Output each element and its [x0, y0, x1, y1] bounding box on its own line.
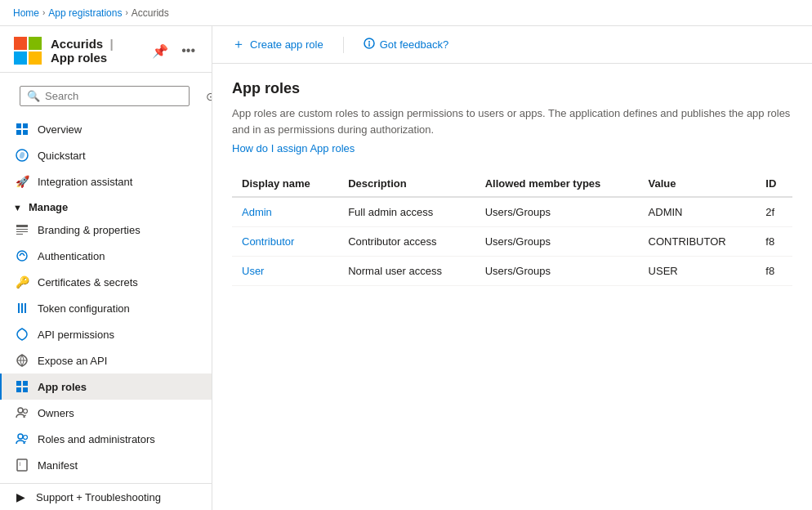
sidebar-item-label: API permissions — [38, 329, 114, 341]
role-link[interactable]: User — [242, 265, 264, 277]
api-permissions-icon — [15, 327, 29, 342]
svg-rect-21 — [23, 387, 28, 392]
owners-icon — [15, 405, 29, 420]
sidebar-item-label: Integration assistant — [38, 176, 132, 188]
sidebar-item-app-roles[interactable]: App roles — [0, 374, 212, 400]
sidebar-item-manifest[interactable]: i Manifest — [0, 452, 212, 478]
svg-rect-2 — [14, 51, 27, 65]
breadcrumb-home[interactable]: Home — [13, 7, 39, 19]
sidebar-item-token[interactable]: Token configuration — [0, 295, 212, 321]
app-roles-table: Display name Description Allowed member … — [232, 171, 792, 286]
support-chevron-icon: ▶ — [13, 490, 28, 504]
sidebar-item-owners[interactable]: Owners — [0, 400, 212, 426]
create-icon: ＋ — [232, 36, 245, 53]
sidebar-item-roles-admin[interactable]: Roles and administrators — [0, 426, 212, 452]
svg-point-25 — [24, 436, 28, 440]
svg-text:i: i — [20, 461, 21, 467]
cell-value: USER — [639, 257, 756, 286]
sidebar-filter-btn[interactable]: ⊙ — [203, 87, 212, 106]
svg-rect-3 — [29, 51, 42, 65]
search-input[interactable] — [45, 90, 182, 102]
sidebar-item-expose-api[interactable]: Expose an API — [0, 347, 212, 374]
sidebar-item-api-permissions[interactable]: API permissions — [0, 321, 212, 347]
manage-section-header[interactable]: ▼ Manage — [0, 195, 212, 217]
sidebar-item-quickstart[interactable]: Quickstart — [0, 142, 212, 168]
svg-point-23 — [24, 409, 28, 414]
sidebar-item-label: Quickstart — [38, 150, 86, 162]
svg-rect-9 — [16, 225, 28, 227]
certificates-icon: 🔑 — [15, 275, 29, 289]
breadcrumb-app-reg[interactable]: App registrations — [48, 7, 122, 19]
breadcrumb-sep-1: › — [42, 8, 45, 17]
sidebar-item-label: Roles and administrators — [38, 433, 155, 445]
table-row: Contributor Contributor access Users/Gro… — [232, 227, 792, 257]
sidebar-item-label: Manifest — [38, 459, 78, 472]
svg-point-22 — [18, 408, 23, 413]
sidebar-item-label: Token configuration — [38, 302, 130, 315]
role-link[interactable]: Contributor — [242, 235, 294, 248]
sidebar-item-support[interactable]: ▶ Support + Troubleshooting — [0, 483, 212, 510]
cell-id: 2f — [756, 197, 792, 227]
sidebar-item-label: Expose an API — [38, 355, 107, 367]
svg-rect-16 — [25, 303, 26, 313]
cell-member-types: Users/Groups — [475, 257, 639, 286]
svg-rect-6 — [16, 130, 21, 135]
app-roles-icon — [15, 379, 29, 394]
svg-rect-10 — [16, 229, 28, 230]
col-id: ID — [756, 171, 792, 197]
sidebar: Accurids | App roles 📌 ••• 🔍 ⊙ « Overvie… — [0, 26, 212, 510]
token-icon — [15, 301, 29, 315]
toolbar-divider — [343, 37, 344, 53]
quickstart-icon — [15, 148, 29, 163]
cell-description: Full admin access — [338, 197, 475, 227]
col-member-types: Allowed member types — [475, 171, 639, 197]
table-row: Admin Full admin access Users/Groups ADM… — [232, 197, 792, 227]
sidebar-item-overview[interactable]: Overview — [0, 116, 212, 142]
svg-rect-14 — [18, 303, 20, 313]
sidebar-item-authentication[interactable]: Authentication — [0, 243, 212, 269]
svg-point-13 — [17, 251, 27, 261]
svg-point-24 — [18, 434, 23, 439]
sidebar-item-label: Certificates & secrets — [38, 276, 138, 289]
more-button[interactable]: ••• — [178, 40, 199, 62]
sidebar-item-branding[interactable]: Branding & properties — [0, 217, 212, 243]
svg-point-30 — [368, 45, 370, 47]
cell-value: ADMIN — [639, 197, 756, 227]
app-logo-icon — [13, 36, 42, 65]
svg-rect-4 — [16, 123, 21, 128]
page-description: App roles are custom roles to assign per… — [232, 105, 792, 137]
manage-label: Manage — [29, 201, 68, 213]
sidebar-item-integration[interactable]: 🚀 Integration assistant — [0, 168, 212, 195]
table-row: User Normal user access Users/Groups USE… — [232, 257, 792, 286]
cell-member-types: Users/Groups — [475, 227, 639, 257]
role-link[interactable]: Admin — [242, 206, 272, 218]
breadcrumb-sep-2: › — [125, 8, 127, 17]
breadcrumb-current: Accurids — [132, 7, 169, 19]
manage-chevron: ▼ — [13, 203, 22, 212]
svg-point-29 — [368, 41, 370, 42]
svg-rect-31 — [368, 43, 369, 46]
cell-value: CONTRIBUTOR — [639, 227, 756, 257]
svg-rect-19 — [23, 381, 28, 386]
cell-description: Normal user access — [338, 257, 475, 286]
col-display-name: Display name — [232, 171, 338, 197]
svg-rect-7 — [23, 130, 28, 135]
feedback-button[interactable]: Got feedback? — [357, 34, 456, 55]
sidebar-item-label: Authentication — [38, 250, 105, 262]
sidebar-item-certificates[interactable]: 🔑 Certificates & secrets — [0, 269, 212, 295]
manifest-icon: i — [15, 458, 29, 472]
svg-rect-1 — [29, 37, 42, 50]
app-title: Accurids | App roles — [51, 37, 141, 65]
pin-button[interactable]: 📌 — [149, 40, 172, 62]
help-link[interactable]: How do I assign App roles — [232, 142, 355, 154]
search-box: 🔍 — [20, 86, 190, 106]
cell-id: f8 — [756, 257, 792, 286]
svg-rect-20 — [16, 387, 21, 392]
content-toolbar: ＋ Create app role Got feedback? — [212, 26, 812, 64]
table-header-row: Display name Description Allowed member … — [232, 171, 792, 197]
content-body: App roles App roles are custom roles to … — [212, 64, 812, 510]
create-app-role-button[interactable]: ＋ Create app role — [225, 33, 330, 56]
svg-rect-18 — [16, 381, 21, 386]
svg-rect-15 — [21, 303, 23, 313]
svg-rect-11 — [16, 231, 28, 232]
